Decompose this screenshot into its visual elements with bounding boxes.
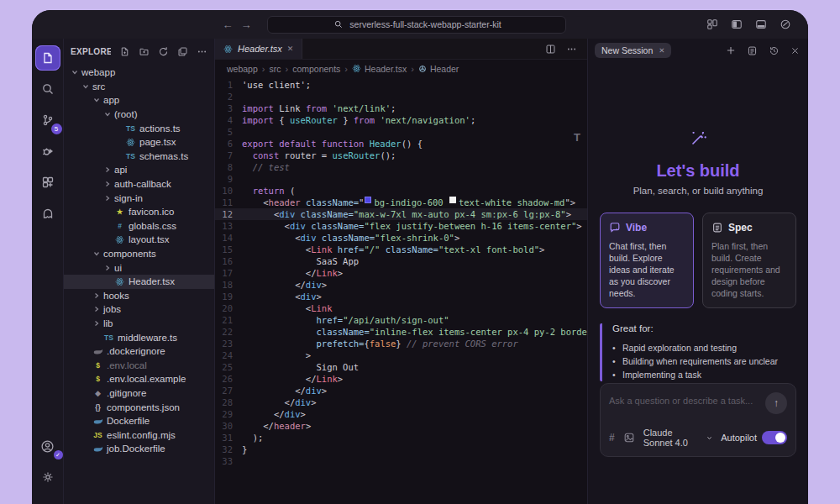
toggle-panel-icon[interactable]: [754, 18, 767, 31]
code-line-21[interactable]: 21 href="/api/auth/sign-out": [215, 314, 587, 326]
new-session-icon[interactable]: [726, 45, 736, 55]
code-line-32[interactable]: 32}: [215, 444, 587, 455]
tree-item--env-local-example[interactable]: $.env.local.example: [64, 372, 214, 386]
code-line-25[interactable]: 25 Sign Out: [215, 361, 587, 373]
model-selector[interactable]: Claude Sonnet 4.0: [643, 428, 713, 448]
tree-item-hooks[interactable]: hooks: [64, 289, 214, 303]
code-line-4[interactable]: 4import { useRouter } from 'next/navigat…: [215, 114, 587, 126]
tree-item-middleware-ts[interactable]: TSmiddleware.ts: [64, 330, 214, 344]
code-line-19[interactable]: 19 <div>: [215, 291, 587, 302]
composer-input[interactable]: Ask a question or describe a task...: [609, 392, 765, 406]
tree-item-header-tsx[interactable]: Header.tsx: [64, 275, 214, 289]
tree-item-api[interactable]: api: [64, 163, 214, 177]
tree-item-lib[interactable]: lib: [64, 317, 214, 331]
activitybar-account[interactable]: ✓: [35, 433, 60, 459]
split-editor-icon[interactable]: [545, 44, 556, 55]
feedback-icon[interactable]: [779, 18, 791, 31]
nav-forward-button[interactable]: →: [237, 18, 255, 31]
code-line-28[interactable]: 28 </div>: [215, 396, 587, 408]
tree-item-page-tsx[interactable]: page.tsx: [64, 135, 214, 150]
tree-item-layout-tsx[interactable]: layout.tsx: [64, 233, 214, 247]
code-line-10[interactable]: 10 return (: [215, 185, 587, 197]
tree-item-app[interactable]: app: [64, 93, 214, 108]
session-close-icon[interactable]: ✕: [659, 46, 664, 55]
new-folder-icon[interactable]: [138, 45, 150, 57]
code-line-23[interactable]: 23 prefetch={false} // prevent CORS erro…: [215, 338, 587, 349]
tree-item-jobs[interactable]: jobs: [64, 302, 214, 317]
tab-close-icon[interactable]: ✕: [287, 45, 294, 53]
code-line-13[interactable]: 13 <div className="flex justify-between …: [215, 220, 587, 232]
tree-item-src[interactable]: src: [64, 80, 214, 94]
tree-item--dockerignore[interactable]: .dockerignore: [64, 344, 214, 359]
code-line-7[interactable]: 7 const router = useRouter();: [215, 150, 587, 161]
code-line-9[interactable]: 9: [215, 173, 587, 185]
code-line-26[interactable]: 26 </Link>: [215, 373, 587, 385]
code-line-12[interactable]: 12 <div className="max-w-7xl mx-auto px-…: [215, 208, 587, 220]
code-area[interactable]: 1'use client';23import Link from 'next/l…: [215, 77, 587, 504]
new-file-icon[interactable]: [118, 45, 130, 57]
code-line-27[interactable]: 27 </div>: [215, 385, 587, 396]
breadcrumb[interactable]: webapp›src›components›Header.tsx›Header: [215, 60, 587, 77]
code-line-5[interactable]: 5: [215, 126, 587, 138]
code-line-17[interactable]: 17 </Link>: [215, 267, 587, 279]
tree-item-components[interactable]: components: [64, 247, 214, 261]
breadcrumb-item-header-tsx[interactable]: Header.tsx: [352, 64, 407, 74]
spec-mode-card[interactable]: Spec Plan first, then build. Create requ…: [702, 213, 796, 308]
code-line-6[interactable]: 6export default function Header() {: [215, 138, 587, 150]
breadcrumb-item-components[interactable]: components: [292, 64, 340, 74]
code-line-11[interactable]: 11 <header className="bg-indigo-600 text…: [215, 197, 587, 208]
activitybar-settings[interactable]: [35, 465, 60, 490]
customize-layout-icon[interactable]: [706, 18, 718, 31]
code-line-15[interactable]: 15 <Link href="/" className="text-xl fon…: [215, 244, 587, 255]
code-line-20[interactable]: 20 <Link: [215, 302, 587, 314]
tree-item-favicon-ico[interactable]: ★favicon.ico: [64, 205, 214, 219]
activitybar-extensions[interactable]: [35, 170, 60, 195]
tree-item-webapp[interactable]: webapp: [64, 66, 214, 80]
breadcrumb-item-header[interactable]: Header: [418, 64, 459, 74]
history-icon[interactable]: [769, 45, 780, 56]
breadcrumb-item-webapp[interactable]: webapp: [227, 64, 258, 74]
code-line-24[interactable]: 24 >: [215, 349, 587, 361]
tree-item-schemas-ts[interactable]: TSschemas.ts: [64, 150, 214, 164]
attach-image-icon[interactable]: [623, 432, 635, 444]
tree-item--root-[interactable]: (root): [64, 108, 214, 122]
code-line-2[interactable]: 2: [215, 91, 587, 102]
composer[interactable]: Ask a question or describe a task... ↑ #…: [600, 383, 796, 457]
activitybar-source-control[interactable]: 5: [35, 108, 60, 133]
tree-item-dockerfile[interactable]: Dockerfile: [64, 414, 214, 428]
tab-header-tsx[interactable]: Header.tsx ✕: [215, 39, 302, 59]
code-line-22[interactable]: 22 className="inline-flex items-center p…: [215, 326, 587, 338]
code-line-3[interactable]: 3import Link from 'next/link';: [215, 102, 587, 114]
tree-item-globals-css[interactable]: #globals.css: [64, 219, 214, 234]
tree-item-components-json[interactable]: {}components.json: [64, 400, 214, 414]
tree-item-ui[interactable]: ui: [64, 260, 214, 275]
code-line-14[interactable]: 14 <div className="flex-shrink-0">: [215, 232, 587, 244]
tree-item--env-local[interactable]: $.env.local: [64, 358, 214, 372]
command-search-bar[interactable]: serverless-full-stack-webapp-starter-kit: [267, 16, 566, 34]
tree-item-actions-ts[interactable]: TSactions.ts: [64, 121, 214, 135]
breadcrumb-item-src[interactable]: src: [269, 64, 281, 74]
code-line-33[interactable]: 33: [215, 455, 587, 467]
code-line-31[interactable]: 31 );: [215, 432, 587, 444]
activitybar-search[interactable]: [35, 76, 60, 102]
session-tab[interactable]: New Session ✕: [595, 43, 671, 58]
nav-back-button[interactable]: ←: [218, 18, 237, 31]
code-line-18[interactable]: 18 </div>: [215, 279, 587, 291]
vibe-mode-card[interactable]: Vibe Chat first, then build. Explore ide…: [600, 213, 694, 308]
tree-item--gitignore[interactable]: ◆.gitignore: [64, 386, 214, 401]
code-line-16[interactable]: 16 SaaS App: [215, 255, 587, 267]
activitybar-run-debug[interactable]: [35, 139, 60, 164]
more-actions-icon[interactable]: [196, 45, 207, 57]
code-line-29[interactable]: 29 </div>: [215, 408, 587, 420]
autopilot-toggle[interactable]: [762, 431, 787, 444]
editor-more-icon[interactable]: [566, 44, 577, 55]
activitybar-explorer[interactable]: [35, 45, 60, 71]
tree-item-auth-callback[interactable]: auth-callback: [64, 177, 214, 192]
toggle-sidebar-icon[interactable]: [730, 18, 743, 31]
panel-close-icon[interactable]: [790, 46, 800, 55]
activitybar-kiro-chat[interactable]: [35, 201, 60, 226]
code-line-1[interactable]: 1'use client';: [215, 79, 587, 91]
task-list-icon[interactable]: [747, 45, 758, 56]
code-line-30[interactable]: 30 </header>: [215, 420, 587, 432]
tree-item-eslint-config-mjs[interactable]: JSeslint.config.mjs: [64, 428, 214, 442]
